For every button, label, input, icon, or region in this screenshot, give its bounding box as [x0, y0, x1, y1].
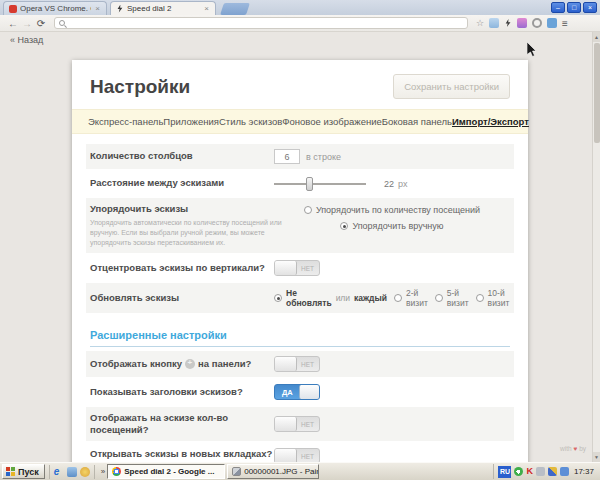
plus-circle-icon — [185, 359, 195, 369]
order-option-manual[interactable]: Упорядочить вручную — [340, 221, 443, 231]
order-option-auto[interactable]: Упорядочить по количеству посещений — [304, 205, 480, 215]
row-center-vertical: Отцентровать эскизы по вертикали? НЕТ — [86, 255, 514, 281]
scroll-up-icon[interactable]: ▲ — [593, 32, 600, 42]
toggle-label: НЕТ — [301, 265, 314, 272]
browser-menu-icon[interactable]: ≡ — [562, 18, 568, 29]
start-button-label: Пуск — [18, 467, 39, 477]
back-link[interactable]: « Назад — [10, 35, 43, 45]
refresh-every-label: каждый — [354, 293, 387, 303]
toggle-label: НЕТ — [301, 453, 314, 460]
advanced-settings-heading: Расширенные настройки — [90, 329, 510, 347]
address-bar[interactable] — [54, 17, 468, 29]
windows-logo-icon — [6, 467, 15, 476]
language-indicator[interactable]: RU — [498, 466, 511, 478]
credit-text: with ♥ by — [560, 445, 586, 452]
close-button[interactable]: × — [583, 2, 597, 13]
page-title: Настройки — [90, 76, 190, 98]
visits-label: Отображать на эскизе кол-во посещений? — [90, 412, 274, 437]
round-quicklaunch-icon[interactable] — [80, 467, 90, 477]
extension-chat-icon[interactable] — [547, 18, 557, 28]
opera-favicon-icon — [9, 5, 17, 13]
scroll-down-icon[interactable]: ▼ — [593, 452, 600, 462]
titles-toggle[interactable]: ДА — [274, 384, 320, 400]
refresh-option-5-label: 5-й визит — [447, 288, 469, 308]
plus-button-toggle[interactable]: НЕТ — [274, 356, 320, 372]
ie-quicklaunch-icon[interactable]: e — [54, 467, 64, 477]
refresh-option-2[interactable]: 2-й визит — [394, 288, 428, 308]
reload-icon[interactable]: ⟳ — [34, 18, 48, 29]
extension-doc-icon[interactable] — [489, 18, 499, 28]
toggle-knob — [299, 385, 319, 399]
page-content: « Назад Настройки Сохранить настройки Эк… — [0, 32, 592, 462]
bookmark-star-icon[interactable]: ☆ — [476, 18, 484, 28]
chrome-icon — [112, 467, 121, 476]
radio-checked-icon[interactable] — [340, 222, 348, 230]
refresh-option-10[interactable]: 10-й визит — [476, 288, 510, 308]
browser-tab-speed-dial[interactable]: Speed dial 2 × — [110, 1, 216, 15]
settings-nav: Экспресс-панель Приложения Стиль эскизов… — [72, 109, 528, 134]
nav-apps[interactable]: Приложения — [163, 116, 219, 127]
tray-green-icon[interactable] — [514, 467, 523, 476]
tab-close-icon[interactable]: × — [203, 4, 210, 13]
tab-title: Speed dial 2 — [127, 4, 200, 13]
extension-lightning-icon[interactable] — [504, 19, 512, 27]
spacing-slider[interactable] — [274, 177, 366, 191]
order-option-manual-label: Упорядочить вручную — [352, 221, 443, 231]
windows-taskbar: Пуск e » Speed dial 2 - Google ... 00000… — [0, 462, 600, 480]
nav-express-panel[interactable]: Экспресс-панель — [88, 116, 163, 127]
nav-thumb-style[interactable]: Стиль эскизов — [219, 116, 282, 127]
tray-gray-icon[interactable] — [536, 467, 545, 476]
taskbar-task-browser[interactable]: Speed dial 2 - Google ... — [107, 464, 225, 479]
extension-pink-icon[interactable] — [517, 18, 527, 28]
save-settings-button[interactable]: Сохранить настройки — [393, 74, 510, 99]
tray-kaspersky-icon[interactable]: K — [526, 467, 533, 476]
visits-toggle[interactable]: НЕТ — [274, 416, 320, 432]
scrollbar-thumb[interactable] — [594, 43, 600, 143]
spacing-label: Расстояние между эскизами — [90, 177, 274, 189]
minimize-button[interactable]: – — [551, 2, 565, 13]
toolbar-extensions: ☆ ≡ — [476, 18, 568, 29]
spacing-value: 22 — [384, 179, 394, 189]
nav-side-panel[interactable]: Боковая панель — [382, 116, 452, 127]
search-icon — [59, 20, 65, 26]
tray-blue-icon[interactable] — [560, 467, 569, 476]
window-controls: – □ × — [551, 2, 597, 13]
columns-input[interactable] — [274, 149, 300, 164]
refresh-option-2-label: 2-й визит — [406, 288, 428, 308]
browser-tab-strip: Opera VS Chrome. Обновл... × Speed dial … — [0, 0, 600, 15]
heart-icon: ♥ — [573, 445, 577, 452]
extension-circle-icon[interactable] — [532, 18, 542, 28]
order-label: Упорядочить эскизы — [90, 203, 188, 214]
toggle-knob — [275, 449, 297, 462]
start-button[interactable]: Пуск — [2, 464, 45, 479]
titles-label: Показывать заголовки эскизов? — [90, 386, 274, 398]
page-scrollbar[interactable]: ▲ ▼ — [592, 32, 600, 462]
radio-icon[interactable] — [394, 294, 402, 302]
system-tray: RU K 17:37 — [493, 464, 598, 479]
columns-suffix: в строке — [306, 152, 341, 162]
taskbar-task-paint[interactable]: 00000001.JPG - Paint — [227, 464, 319, 479]
refresh-option-5[interactable]: 5-й визит — [435, 288, 469, 308]
radio-icon[interactable] — [435, 294, 443, 302]
slider-handle[interactable] — [306, 177, 313, 191]
radio-checked-icon[interactable] — [274, 294, 282, 302]
radio-icon[interactable] — [304, 206, 312, 214]
nav-import-export[interactable]: Импорт/Экспорт — [452, 116, 529, 127]
new-tab-button[interactable] — [220, 3, 250, 15]
row-show-titles: Показывать заголовки эскизов? ДА — [86, 379, 514, 405]
browser-tab-opera-vs-chrome[interactable]: Opera VS Chrome. Обновл... × — [3, 1, 107, 15]
forward-icon[interactable]: → — [20, 18, 34, 29]
refresh-or-label: или — [336, 293, 350, 303]
maximize-button[interactable]: □ — [567, 2, 581, 13]
back-icon[interactable]: ← — [6, 18, 20, 29]
tray-color-icon[interactable] — [548, 467, 557, 476]
nav-background-image[interactable]: Фоновое изображение — [282, 116, 382, 127]
refresh-never-label: Не обновлять — [286, 288, 332, 308]
radio-icon[interactable] — [476, 294, 484, 302]
center-toggle[interactable]: НЕТ — [274, 260, 320, 276]
quicklaunch-overflow-chevron[interactable]: » — [101, 467, 105, 476]
newtabs-toggle[interactable]: НЕТ — [274, 448, 320, 462]
tab-close-icon[interactable]: × — [94, 4, 101, 13]
task-label: Speed dial 2 - Google ... — [124, 467, 214, 476]
doc-quicklaunch-icon[interactable] — [67, 467, 77, 477]
